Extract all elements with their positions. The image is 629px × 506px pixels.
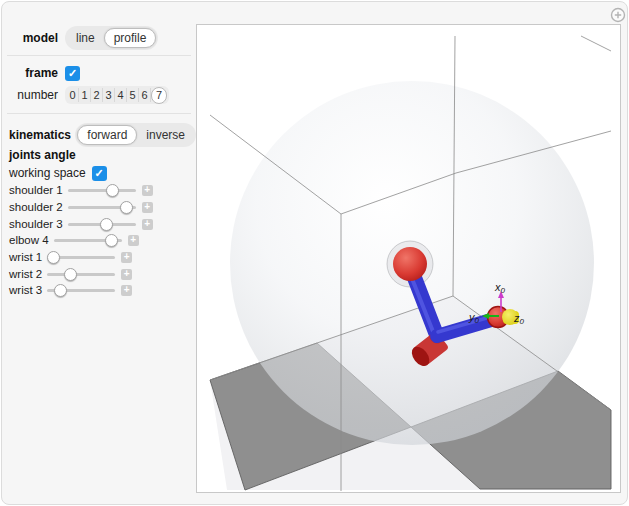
slider-expander-icon[interactable]: +: [142, 202, 153, 213]
model-option-line[interactable]: line: [67, 29, 104, 47]
kinematics-toggler: forward inverse: [75, 123, 196, 147]
options-plus-icon[interactable]: [610, 7, 626, 23]
slider-expander-icon[interactable]: +: [142, 219, 153, 230]
slider-label: wrist 1: [9, 251, 42, 263]
working-space-checkbox[interactable]: ✓: [92, 166, 107, 181]
manipulate-panel: model line profile frame ✓ number 0 1 2 …: [1, 1, 628, 505]
slider-label: elbow 4: [9, 234, 49, 246]
slider-thumb[interactable]: [106, 184, 119, 197]
kinematics-option-forward[interactable]: forward: [77, 125, 137, 145]
number-option-4[interactable]: 4: [115, 88, 127, 102]
robot-arm-scene[interactable]: x0 y0 z0: [197, 25, 620, 492]
slider-row-wrist-2: wrist 2 +: [9, 267, 189, 281]
slider-expander-icon[interactable]: +: [121, 269, 132, 280]
slider-thumb[interactable]: [105, 234, 118, 247]
slider-label: shoulder 2: [9, 201, 63, 213]
divider: [7, 55, 191, 56]
shoulder-3-slider[interactable]: [68, 223, 136, 226]
slider-thumb[interactable]: [54, 284, 67, 297]
kinematics-label: kinematics: [9, 128, 71, 142]
number-option-6[interactable]: 6: [139, 88, 151, 102]
slider-row-wrist-3: wrist 3 +: [9, 283, 189, 297]
joints-angle-heading: joints angle: [9, 148, 76, 162]
frame-checkbox[interactable]: ✓: [65, 66, 80, 81]
model-label: model: [2, 31, 58, 45]
slider-label: shoulder 1: [9, 184, 63, 196]
wrist-2-slider[interactable]: [47, 273, 115, 276]
slider-thumb[interactable]: [120, 201, 133, 214]
model-toggler: line profile: [65, 26, 158, 50]
model-option-profile[interactable]: profile: [104, 28, 157, 48]
shoulder-2-slider[interactable]: [68, 206, 136, 209]
shoulder-1-slider[interactable]: [68, 189, 136, 192]
elbow-4-slider[interactable]: [54, 239, 122, 242]
controls-sidebar: model line profile frame ✓ number 0 1 2 …: [2, 2, 196, 504]
slider-row-shoulder-1: shoulder 1 +: [9, 183, 189, 197]
slider-expander-icon[interactable]: +: [121, 252, 132, 263]
slider-expander-icon[interactable]: +: [142, 185, 153, 196]
shoulder-joint: [393, 247, 427, 281]
slider-row-elbow-4: elbow 4 +: [9, 233, 189, 247]
slider-expander-icon[interactable]: +: [128, 235, 139, 246]
number-option-5[interactable]: 5: [127, 88, 139, 102]
number-option-7[interactable]: 7: [151, 87, 167, 104]
slider-row-shoulder-2: shoulder 2 +: [9, 200, 189, 214]
slider-row-shoulder-3: shoulder 3 +: [9, 217, 189, 231]
number-option-2[interactable]: 2: [91, 88, 103, 102]
frame-label: frame: [2, 66, 58, 80]
slider-thumb[interactable]: [47, 251, 60, 264]
kinematics-option-inverse[interactable]: inverse: [137, 126, 194, 144]
working-space-label: working space: [9, 166, 86, 180]
slider-thumb[interactable]: [100, 218, 113, 231]
number-setter-bar: 0 1 2 3 4 5 6 7: [65, 86, 169, 104]
slider-label: shoulder 3: [9, 218, 63, 230]
slider-expander-icon[interactable]: +: [121, 285, 132, 296]
graphics3d-viewport[interactable]: x0 y0 z0: [196, 24, 621, 493]
divider: [7, 113, 191, 114]
number-option-0[interactable]: 0: [67, 88, 79, 102]
number-option-1[interactable]: 1: [79, 88, 91, 102]
slider-label: wrist 3: [9, 284, 42, 296]
slider-label: wrist 2: [9, 268, 42, 280]
slider-thumb[interactable]: [64, 268, 77, 281]
slider-row-wrist-1: wrist 1 +: [9, 250, 189, 264]
wrist-3-slider[interactable]: [47, 289, 115, 292]
number-label: number: [2, 88, 58, 102]
wrist-1-slider[interactable]: [47, 256, 115, 259]
number-option-3[interactable]: 3: [103, 88, 115, 102]
